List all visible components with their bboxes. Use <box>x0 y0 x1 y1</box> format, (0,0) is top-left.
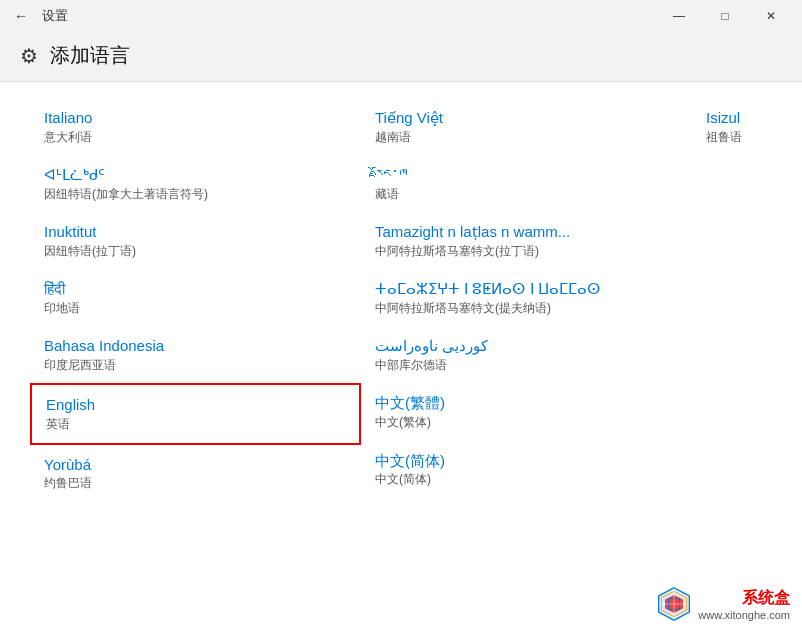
title-bar: ← 设置 — □ ✕ <box>0 0 802 32</box>
language-item[interactable]: Inuktitut因纽特语(拉丁语) <box>30 212 361 269</box>
language-sub: 中文(简体) <box>375 472 678 488</box>
title-bar-left: ← 设置 <box>8 6 68 26</box>
language-item[interactable]: Bahasa Indonesia印度尼西亚语 <box>30 326 361 383</box>
language-sub: 英语 <box>46 417 345 433</box>
language-name: ⵜⴰⵎⴰⵣⵉⵖⵜ ⵏ ⵓⵟⵍⴰⵙ ⵏ ⵡⴰⵎⵎⴰⵙ <box>375 279 678 299</box>
language-item[interactable]: Tamazight n laṭlas n wamm...中阿特拉斯塔马塞特文(拉… <box>361 212 692 269</box>
language-item[interactable]: Italiano意大利语 <box>30 98 361 155</box>
language-item[interactable]: Tiếng Việt越南语 <box>361 98 692 155</box>
language-name: ᐊᒻᒪᓛᒃᑯᑦ <box>44 165 347 185</box>
language-name: Yorùbá <box>44 455 347 475</box>
language-name: हिंदी <box>44 279 347 299</box>
language-item[interactable]: Isizul祖鲁语 <box>692 98 772 155</box>
language-sub: 中阿特拉斯塔马塞特文(提夫纳语) <box>375 301 678 317</box>
language-sub: 越南语 <box>375 130 678 146</box>
watermark-url: www.xitonghe.com <box>698 609 790 621</box>
language-name: کوردیی ناوەراست <box>375 336 678 356</box>
language-sub: 印地语 <box>44 301 347 317</box>
language-sub: 因纽特语(加拿大土著语言符号) <box>44 187 347 203</box>
language-name: Inuktitut <box>44 222 347 242</box>
language-item[interactable]: Yorùbá约鲁巴语 <box>30 445 361 502</box>
language-name: Isizul <box>706 108 758 128</box>
language-name: རྫོང་ཁ <box>375 165 678 185</box>
close-button[interactable]: ✕ <box>748 0 794 32</box>
language-item[interactable]: རྫོང་ཁ藏语 <box>361 155 692 212</box>
language-item[interactable]: ⵜⴰⵎⴰⵣⵉⵖⵜ ⵏ ⵓⵟⵍⴰⵙ ⵏ ⵡⴰⵎⵎⴰⵙ中阿特拉斯塔马塞特文(提夫纳语… <box>361 269 692 326</box>
watermark-text-area: 系统盒 www.xitonghe.com <box>698 588 790 621</box>
language-column-0: Italiano意大利语ᐊᒻᒪᓛᒃᑯᑦ因纽特语(加拿大土著语言符号)Inukti… <box>30 98 361 502</box>
language-name: English <box>46 395 345 415</box>
language-name: Italiano <box>44 108 347 128</box>
title-bar-controls: — □ ✕ <box>656 0 794 32</box>
language-sub: 中文(繁体) <box>375 415 678 431</box>
page-title: 添加语言 <box>50 42 130 69</box>
language-item[interactable]: 中文(繁體)中文(繁体) <box>361 383 692 440</box>
language-sub: 藏语 <box>375 187 678 203</box>
settings-header: ⚙ 添加语言 <box>0 32 802 82</box>
language-name: 中文(繁體) <box>375 393 678 413</box>
language-item[interactable]: 中文(简体)中文(简体) <box>361 441 692 498</box>
language-name: Tamazight n laṭlas n wamm... <box>375 222 678 242</box>
language-name: 中文(简体) <box>375 451 678 471</box>
back-button[interactable]: ← <box>8 6 34 26</box>
language-list: Italiano意大利语ᐊᒻᒪᓛᒃᑯᑦ因纽特语(加拿大土著语言符号)Inukti… <box>0 82 802 630</box>
language-sub: 意大利语 <box>44 130 347 146</box>
watermark: 系统盒 www.xitonghe.com <box>656 586 790 622</box>
language-sub: 中阿特拉斯塔马塞特文(拉丁语) <box>375 244 678 260</box>
language-item[interactable]: کوردیی ناوەراست中部库尔德语 <box>361 326 692 383</box>
language-sub: 印度尼西亚语 <box>44 358 347 374</box>
language-item[interactable]: ᐊᒻᒪᓛᒃᑯᑦ因纽特语(加拿大土著语言符号) <box>30 155 361 212</box>
gear-icon: ⚙ <box>20 44 38 68</box>
language-sub: 中部库尔德语 <box>375 358 678 374</box>
minimize-button[interactable]: — <box>656 0 702 32</box>
maximize-button[interactable]: □ <box>702 0 748 32</box>
title-bar-title: 设置 <box>42 7 68 25</box>
language-sub: 因纽特语(拉丁语) <box>44 244 347 260</box>
language-name: Bahasa Indonesia <box>44 336 347 356</box>
language-sub: 祖鲁语 <box>706 130 758 146</box>
watermark-logo <box>656 586 692 622</box>
language-name: Tiếng Việt <box>375 108 678 128</box>
language-column-2: Isizul祖鲁语 <box>692 98 772 502</box>
language-item[interactable]: हिंदी印地语 <box>30 269 361 326</box>
language-column-1: Tiếng Việt越南语རྫོང་ཁ藏语Tamazight n laṭlas … <box>361 98 692 502</box>
language-item[interactable]: English英语 <box>30 383 361 444</box>
watermark-brand: 系统盒 <box>698 588 790 609</box>
language-sub: 约鲁巴语 <box>44 476 347 492</box>
